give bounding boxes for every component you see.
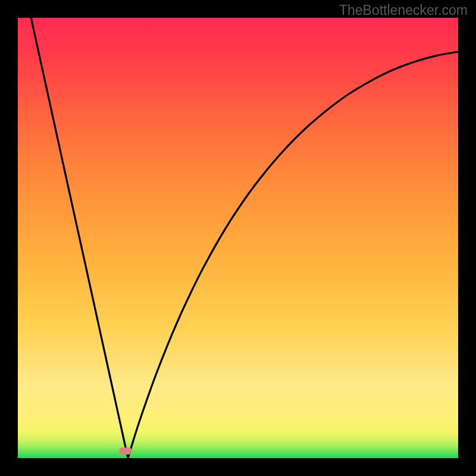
chart-svg	[18, 18, 458, 458]
optimal-marker	[119, 447, 132, 455]
plot-area	[18, 18, 458, 458]
gradient-background	[18, 18, 458, 458]
chart-container: TheBottlenecker.com	[0, 0, 476, 476]
watermark-text: TheBottlenecker.com	[339, 2, 468, 18]
